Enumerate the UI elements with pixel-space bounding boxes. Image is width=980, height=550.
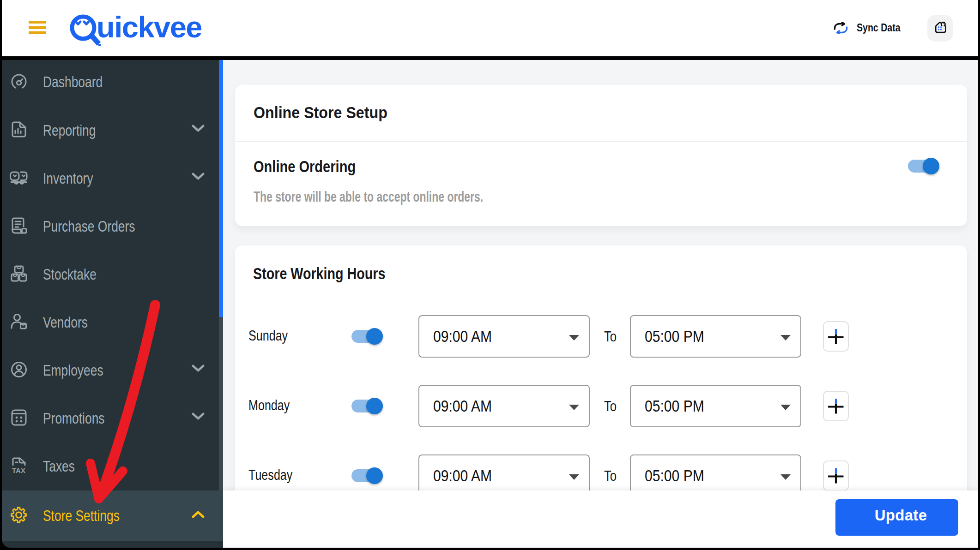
svg-text:uickvee: uickvee	[97, 12, 202, 44]
svg-text:TAX: TAX	[12, 466, 25, 474]
